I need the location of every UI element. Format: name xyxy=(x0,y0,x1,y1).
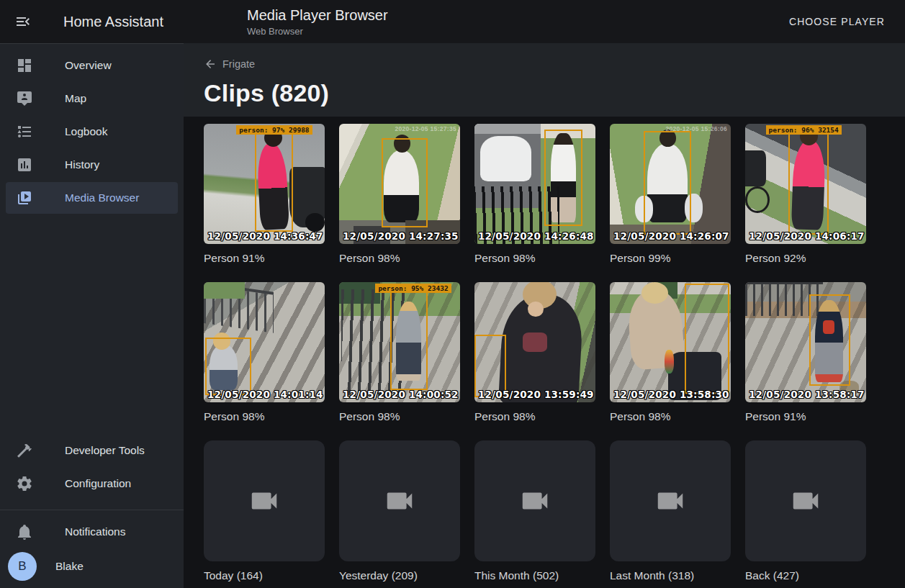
video-icon xyxy=(789,484,822,517)
sidebar-item-notifications[interactable]: Notifications xyxy=(6,516,178,548)
folder-card[interactable] xyxy=(745,440,866,561)
sidebar-header: Home Assistant xyxy=(0,13,184,30)
user-name: Blake xyxy=(55,560,84,573)
clip-label: Person 98% xyxy=(474,410,595,423)
scene-shape xyxy=(745,186,770,213)
clip-timestamp: 12/05/2020 14:00:52 xyxy=(343,389,459,400)
clip-timestamp: 12/05/2020 14:06:17 xyxy=(749,230,865,242)
panel-subtitle: Web Browser xyxy=(247,26,783,37)
clip-label: Person 98% xyxy=(474,252,595,265)
app-header: Home Assistant Media Player Browser Web … xyxy=(0,0,905,43)
folder-label: Last Month (318) xyxy=(610,569,731,582)
detection-box xyxy=(644,131,691,235)
folder-card[interactable] xyxy=(204,440,325,561)
menu-open-icon[interactable] xyxy=(14,13,32,30)
clip-cell[interactable]: 12/05/2020 14:01:14 Person 98% xyxy=(204,282,325,440)
clip-thumbnail[interactable]: 12/05/2020 13:59:49 xyxy=(474,282,595,402)
clip-label: Person 98% xyxy=(339,252,460,265)
clip-thumbnail[interactable]: 12/05/2020 14:01:14 xyxy=(204,282,325,402)
choose-player-button[interactable]: CHOOSE PLAYER xyxy=(783,9,891,35)
detection-box xyxy=(809,294,850,386)
panel-title-block: Media Player Browser Web Browser xyxy=(184,7,783,37)
back-arrow-icon xyxy=(204,58,217,71)
app-title: Home Assistant xyxy=(63,14,163,30)
detection-box xyxy=(390,291,428,390)
clip-label: Person 98% xyxy=(610,410,731,423)
clip-label: Person 92% xyxy=(745,252,866,265)
folder-cell-yesterday[interactable]: Yesterday (209) xyxy=(339,440,460,588)
tooltip-account-icon xyxy=(16,90,33,107)
detection-box xyxy=(255,133,294,232)
clip-label: Person 91% xyxy=(745,410,866,423)
clips-grid: person: 97% 29988 12/05/2020 14:36:47 Pe… xyxy=(184,117,905,588)
clip-cell[interactable]: 12/05/2020 13:58:30 Person 98% xyxy=(610,282,731,440)
folder-label: Today (164) xyxy=(204,569,325,582)
format-list-bulleted-icon xyxy=(16,123,33,140)
clip-thumbnail[interactable]: person: 96% 32154 12/05/2020 14:06:17 xyxy=(745,124,866,244)
clip-thumbnail[interactable]: person: 95% 23432 12/05/2020 14:00:52 xyxy=(339,282,460,402)
folder-label: This Month (502) xyxy=(474,569,595,582)
folder-card[interactable] xyxy=(610,440,731,561)
sidebar-spacer xyxy=(0,215,184,433)
sidebar-item-configuration[interactable]: Configuration xyxy=(6,468,178,499)
scene-shape xyxy=(305,213,325,232)
media-browser-panel: Frigate Clips (820) person: 97% 29988 12… xyxy=(184,43,905,588)
detection-box xyxy=(205,338,251,395)
camera-timestamp: 2020-12-05 15:26:06 xyxy=(665,125,727,132)
bell-icon xyxy=(16,523,33,540)
sidebar-item-history[interactable]: History xyxy=(6,149,178,181)
breadcrumb[interactable]: Frigate xyxy=(204,58,255,71)
sidebar: Overview Map Logbook History Media Brows… xyxy=(0,43,184,588)
scene-shape xyxy=(665,350,674,374)
clip-thumbnail[interactable]: 12/05/2020 14:26:48 xyxy=(474,124,595,244)
clip-label: Person 98% xyxy=(339,410,460,423)
clip-cell[interactable]: 12/05/2020 13:59:49 Person 98% xyxy=(474,282,595,440)
scene-shape xyxy=(641,282,668,304)
sidebar-footer: Developer Tools Configuration Notificati… xyxy=(0,433,184,588)
clip-timestamp: 12/05/2020 13:59:49 xyxy=(478,389,594,400)
clip-label: Person 99% xyxy=(610,252,731,265)
folder-cell-today[interactable]: Today (164) xyxy=(204,440,325,588)
clip-cell[interactable]: 12/05/2020 14:26:48 Person 98% xyxy=(474,124,595,282)
clip-cell[interactable]: person: 96% 32154 12/05/2020 14:06:17 Pe… xyxy=(745,124,866,282)
folder-card[interactable] xyxy=(474,440,595,561)
sidebar-item-map[interactable]: Map xyxy=(6,83,178,114)
clip-cell[interactable]: person: 95% 23432 12/05/2020 14:00:52 Pe… xyxy=(339,282,460,440)
clip-cell[interactable]: person: 97% 29988 12/05/2020 14:36:47 Pe… xyxy=(204,124,325,282)
sidebar-item-developer-tools[interactable]: Developer Tools xyxy=(6,435,178,466)
clip-timestamp: 12/05/2020 14:36:47 xyxy=(207,230,323,242)
sidebar-item-overview[interactable]: Overview xyxy=(6,50,178,81)
scene-shape xyxy=(745,150,766,186)
sidebar-item-media-browser[interactable]: Media Browser xyxy=(6,182,178,214)
folder-card[interactable] xyxy=(339,440,460,561)
clip-thumbnail[interactable]: 2020-12-05 15:27:35 12/05/2020 14:27:35 xyxy=(339,124,460,244)
clip-timestamp: 12/05/2020 14:27:35 xyxy=(343,230,459,242)
detection-box xyxy=(788,132,828,235)
scene-shape xyxy=(523,333,547,352)
folder-cell-back[interactable]: Back (427) xyxy=(745,440,866,588)
folder-cell-this[interactable]: This Month (502) xyxy=(474,440,595,588)
clip-cell[interactable]: 12/05/2020 13:58:17 Person 91% xyxy=(745,282,866,440)
clip-thumbnail[interactable]: 12/05/2020 13:58:30 xyxy=(610,282,731,402)
sidebar-item-logbook[interactable]: Logbook xyxy=(6,116,178,148)
hammer-icon xyxy=(16,442,33,459)
folder-label: Yesterday (209) xyxy=(339,569,460,582)
detection-box xyxy=(685,284,729,394)
clip-cell[interactable]: 2020-12-05 15:27:35 12/05/2020 14:27:35 … xyxy=(339,124,460,282)
video-icon xyxy=(518,484,551,517)
clip-cell[interactable]: 2020-12-05 15:26:06 12/05/2020 14:26:07 … xyxy=(610,124,731,282)
clip-timestamp: 12/05/2020 13:58:30 xyxy=(613,389,729,400)
sidebar-user[interactable]: B Blake xyxy=(6,549,178,584)
clip-timestamp: 12/05/2020 14:26:07 xyxy=(613,230,729,242)
clip-thumbnail[interactable]: 2020-12-05 15:26:06 12/05/2020 14:26:07 xyxy=(610,124,731,244)
clip-thumbnail[interactable]: person: 97% 29988 12/05/2020 14:36:47 xyxy=(204,124,325,244)
detection-chip: person: 96% 32154 xyxy=(766,125,842,135)
notifications-label: Notifications xyxy=(65,525,125,538)
detection-box xyxy=(382,138,428,227)
folder-cell-last[interactable]: Last Month (318) xyxy=(610,440,731,588)
detection-box xyxy=(544,130,582,226)
scene-shape xyxy=(204,282,245,299)
avatar[interactable]: B xyxy=(8,552,37,581)
clip-thumbnail[interactable]: 12/05/2020 13:58:17 xyxy=(745,282,866,402)
clip-label: Person 98% xyxy=(204,410,325,423)
